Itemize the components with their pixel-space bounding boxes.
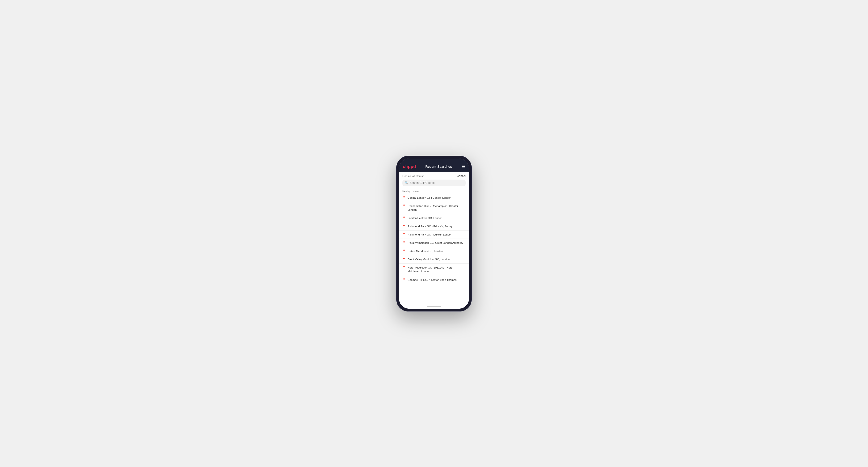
- pin-icon: 📍: [402, 278, 406, 281]
- course-name: Coombe Hill GC, Kingston upon Thames: [408, 278, 457, 282]
- home-bar: [427, 306, 441, 307]
- pin-icon: 📍: [402, 205, 406, 208]
- course-name: Richmond Park GC - Duke's, London: [408, 233, 452, 237]
- pin-icon: 📍: [402, 196, 406, 199]
- menu-icon[interactable]: ☰: [461, 164, 465, 169]
- status-bar: [399, 159, 469, 162]
- pin-icon: 📍: [402, 266, 406, 269]
- app-logo: clippd: [403, 164, 416, 169]
- home-indicator: [399, 304, 469, 309]
- search-section: Find a Golf Course Cancel 🔍: [399, 172, 469, 188]
- course-name: North Middlesex GC (1011942 - North Midd…: [408, 266, 466, 273]
- pin-icon: 📍: [402, 216, 406, 219]
- list-item[interactable]: 📍 Brent Valley Municipal GC, London: [399, 255, 469, 263]
- list-item[interactable]: 📍 Royal Wimbledon GC, Great London Autho…: [399, 239, 469, 247]
- course-name: Richmond Park GC - Prince's, Surrey: [408, 224, 453, 228]
- pin-icon: 📍: [402, 258, 406, 261]
- list-item[interactable]: 📍 London Scottish GC, London: [399, 214, 469, 222]
- search-icon: 🔍: [405, 181, 408, 185]
- app-header: clippd Recent Searches ☰: [399, 162, 469, 172]
- list-item[interactable]: 📍 Richmond Park GC - Duke's, London: [399, 230, 469, 239]
- course-name: Roehampton Club - Roehampton, Greater Lo…: [408, 204, 466, 212]
- phone-screen: clippd Recent Searches ☰ Find a Golf Cou…: [399, 159, 469, 309]
- phone-frame: clippd Recent Searches ☰ Find a Golf Cou…: [396, 156, 472, 311]
- list-item[interactable]: 📍 Richmond Park GC - Prince's, Surrey: [399, 222, 469, 230]
- list-item[interactable]: 📍 Roehampton Club - Roehampton, Greater …: [399, 202, 469, 214]
- course-name: Dukes Meadows GC, London: [408, 249, 443, 253]
- cancel-button[interactable]: Cancel: [457, 175, 466, 178]
- pin-icon: 📍: [402, 233, 406, 236]
- list-item[interactable]: 📍 Central London Golf Centre, London: [399, 194, 469, 202]
- course-name: Royal Wimbledon GC, Great London Authori…: [408, 241, 463, 245]
- pin-icon: 📍: [402, 249, 406, 252]
- courses-section: Nearby courses 📍 Central London Golf Cen…: [399, 188, 469, 304]
- list-item[interactable]: 📍 Dukes Meadows GC, London: [399, 247, 469, 255]
- search-top-row: Find a Golf Course Cancel: [402, 175, 466, 178]
- list-item[interactable]: 📍 Coombe Hill GC, Kingston upon Thames: [399, 276, 469, 284]
- course-name: Central London Golf Centre, London: [408, 196, 451, 199]
- search-input[interactable]: [410, 181, 463, 185]
- header-title: Recent Searches: [426, 165, 452, 168]
- nearby-courses-label: Nearby courses: [399, 188, 469, 194]
- course-name: London Scottish GC, London: [408, 216, 442, 220]
- search-input-wrapper: 🔍: [402, 180, 466, 186]
- pin-icon: 📍: [402, 241, 406, 244]
- course-name: Brent Valley Municipal GC, London: [408, 257, 450, 261]
- list-item[interactable]: 📍 North Middlesex GC (1011942 - North Mi…: [399, 263, 469, 276]
- find-golf-course-label: Find a Golf Course: [402, 175, 424, 178]
- pin-icon: 📍: [402, 225, 406, 228]
